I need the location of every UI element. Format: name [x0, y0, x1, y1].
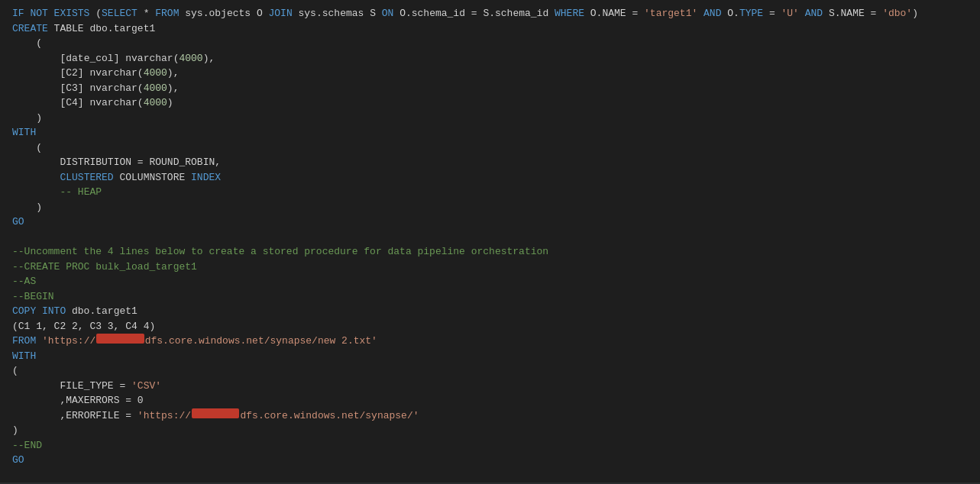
code-line: --BEGIN	[0, 289, 980, 305]
token: ),	[167, 66, 180, 81]
token: 'dbo'	[882, 6, 912, 21]
redacted-text	[192, 408, 239, 418]
code-line: GO	[0, 453, 980, 468]
token: 'target1'	[644, 6, 697, 21]
token: (C1 1, C2 2, C3 3, C4 4)	[12, 319, 155, 334]
code-line	[0, 468, 980, 483]
token: )	[36, 200, 42, 215]
code-line: [C3] nvarchar(4000),	[0, 81, 980, 96]
code-line: )	[0, 423, 980, 438]
token: ,MAXERRORS = 0	[60, 393, 143, 408]
token: O.schema_id = S.schema_id	[393, 6, 555, 21]
token: CREATE	[12, 21, 48, 37]
code-line: CLUSTERED COLUMNSTORE INDEX	[0, 170, 980, 186]
token	[799, 6, 805, 21]
token: )	[167, 95, 173, 111]
token: dfs.core.windows.net/synapse/'	[240, 408, 419, 424]
token: 4000	[144, 95, 167, 111]
token	[36, 334, 42, 349]
token: [C4] nvarchar(	[60, 95, 143, 111]
token: dfs.core.windows.net/synapse/new 2.txt'	[145, 334, 377, 349]
code-line: [C2] nvarchar(4000),	[0, 66, 980, 81]
token: =	[763, 6, 781, 21]
token: 'CSV'	[131, 379, 161, 394]
code-line: )	[0, 111, 980, 126]
token: )	[12, 423, 18, 438]
token: GO	[12, 453, 24, 468]
token: ),	[167, 81, 180, 96]
token: O.	[721, 6, 739, 21]
code-line	[0, 230, 980, 245]
token: )	[36, 111, 42, 126]
code-line: COPY INTO dbo.target1	[0, 304, 980, 319]
token: sys.objects O	[179, 6, 268, 21]
token: (	[12, 363, 18, 379]
token: COLUMNSTORE	[114, 170, 191, 186]
token: SELECT	[102, 6, 137, 21]
token: 'https://	[42, 334, 95, 349]
token: AND	[703, 6, 721, 21]
token: (	[95, 6, 102, 21]
token: ),	[203, 51, 215, 66]
token: INDEX	[191, 170, 221, 186]
token: IF NOT EXISTS	[12, 6, 95, 21]
code-line: -- HEAP	[0, 185, 980, 200]
code-line: (	[0, 140, 980, 156]
code-line: (	[0, 36, 980, 51]
token: (	[36, 36, 42, 51]
token: GO	[12, 215, 24, 230]
token: 'U'	[781, 6, 799, 21]
code-line: WITH	[0, 349, 980, 364]
token: --AS	[12, 274, 36, 289]
token: [date_col] nvarchar(	[60, 51, 179, 66]
token: FILE_TYPE =	[60, 379, 131, 394]
token: ,ERRORFILE =	[60, 408, 137, 424]
code-line: (	[0, 363, 980, 379]
token: -- HEAP	[60, 185, 102, 200]
token: FROM	[155, 6, 179, 21]
token: )	[912, 6, 918, 21]
token: --Uncomment the 4 lines below to create …	[12, 244, 548, 260]
code-editor[interactable]: IF NOT EXISTS (SELECT * FROM sys.objects…	[0, 0, 980, 484]
token: 4000	[144, 81, 167, 96]
token: [C3] nvarchar(	[60, 81, 143, 96]
code-line: GO	[0, 215, 980, 230]
token: WHERE	[555, 6, 584, 21]
code-line: IF NOT EXISTS (SELECT * FROM sys.objects…	[0, 6, 980, 21]
token: DISTRIBUTION = ROUND_ROBIN,	[60, 155, 221, 170]
token: WITH	[12, 125, 36, 140]
token: --CREATE PROC bulk_load_target1	[12, 260, 197, 275]
token: AND	[805, 6, 823, 21]
code-line: [C4] nvarchar(4000)	[0, 95, 980, 111]
code-line: ,MAXERRORS = 0	[0, 393, 980, 408]
token: ON	[382, 6, 394, 21]
token: FROM	[12, 334, 36, 349]
code-line: --CREATE PROC bulk_load_target1	[0, 260, 980, 275]
token: (	[36, 140, 42, 156]
token	[697, 6, 703, 21]
code-line: FROM 'https:// dfs.core.windows.net/syna…	[0, 334, 980, 349]
token: [C2] nvarchar(	[60, 66, 143, 81]
token: TABLE dbo.target1	[48, 21, 155, 37]
token: CLUSTERED	[60, 170, 113, 186]
code-line: [date_col] nvarchar(4000),	[0, 51, 980, 66]
token: WITH	[12, 349, 36, 364]
code-line: ,ERRORFILE = 'https:// dfs.core.windows.…	[0, 408, 980, 424]
token: 4000	[144, 66, 167, 81]
token: O.NAME =	[584, 6, 644, 21]
token: --BEGIN	[12, 289, 54, 305]
token: sys.schemas S	[293, 6, 382, 21]
token: 4000	[179, 51, 202, 66]
code-line: --AS	[0, 274, 980, 289]
token: 'https://	[137, 408, 191, 424]
code-line: --END	[0, 438, 980, 453]
code-line: CREATE TABLE dbo.target1	[0, 21, 980, 37]
code-line: )	[0, 200, 980, 215]
token: TYPE	[739, 6, 763, 21]
code-line: WITH	[0, 125, 980, 140]
code-line: (C1 1, C2 2, C3 3, C4 4)	[0, 319, 980, 334]
code-line: FILE_TYPE = 'CSV'	[0, 379, 980, 394]
redacted-text	[96, 334, 144, 344]
token: COPY INTO	[12, 304, 66, 319]
token: JOIN	[269, 6, 293, 21]
